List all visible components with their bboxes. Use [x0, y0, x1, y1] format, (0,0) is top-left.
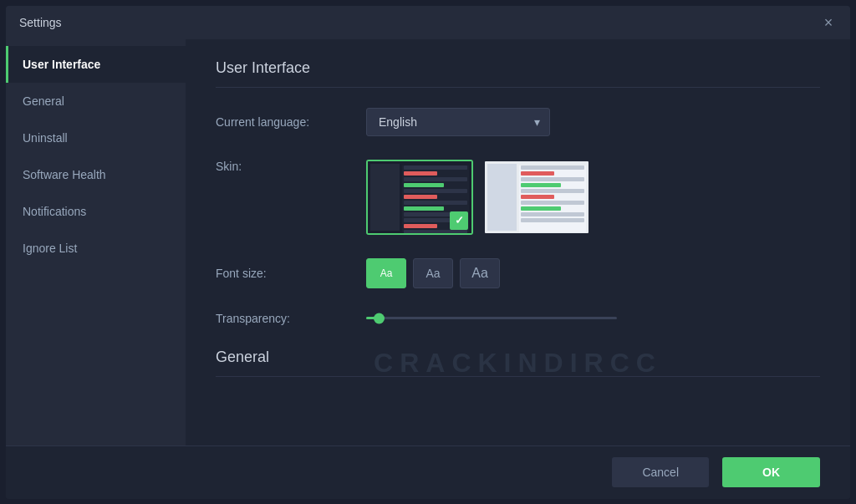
dialog-body: User Interface General Uninstall Softwar…: [6, 39, 850, 445]
sidebar-item-software-health[interactable]: Software Health: [6, 156, 186, 193]
skin-light-preview: [485, 161, 588, 233]
slider-track: [366, 317, 617, 319]
sidebar-item-general[interactable]: General: [6, 83, 186, 120]
skin-light-thumbnail[interactable]: [483, 160, 590, 235]
language-label: Current language:: [216, 115, 366, 129]
cancel-button[interactable]: Cancel: [612, 457, 709, 487]
skin-options: ✓: [366, 160, 820, 235]
sidebar-item-user-interface[interactable]: User Interface: [6, 46, 186, 83]
language-row: Current language: English: [216, 108, 820, 136]
transparency-control: [366, 317, 820, 319]
language-select-wrapper: English: [366, 108, 550, 136]
skin-dark-thumbnail[interactable]: ✓: [366, 160, 473, 235]
settings-dialog: Settings × User Interface General Uninst…: [6, 6, 850, 499]
font-size-small-button[interactable]: Aa: [366, 258, 406, 288]
sidebar-item-uninstall[interactable]: Uninstall: [6, 120, 186, 156]
skin-selected-check: ✓: [450, 211, 468, 230]
main-content: User Interface Current language: English…: [186, 39, 850, 445]
sidebar-item-notifications[interactable]: Notifications: [6, 193, 186, 230]
skin-row: Skin:: [216, 160, 820, 235]
close-button[interactable]: ×: [820, 14, 837, 31]
transparency-row: Transparency:: [216, 312, 820, 325]
mock-light-main: [519, 165, 586, 232]
font-size-large-button[interactable]: Aa: [460, 258, 500, 288]
font-size-medium-button[interactable]: Aa: [413, 258, 453, 288]
bottom-bar: Cancel OK: [6, 445, 850, 499]
font-size-row: Font size: Aa Aa Aa: [216, 258, 820, 288]
language-control: English: [366, 108, 820, 136]
sidebar-item-ignore-list[interactable]: Ignore List: [6, 230, 186, 267]
sidebar: User Interface General Uninstall Softwar…: [6, 39, 186, 445]
language-select[interactable]: English: [366, 108, 550, 136]
ok-button[interactable]: OK: [722, 457, 820, 487]
light-mockup: [485, 161, 588, 233]
mock-dark-sidebar: [370, 164, 400, 231]
section-title: User Interface: [216, 59, 820, 88]
font-size-options: Aa Aa Aa: [366, 258, 820, 288]
transparency-label: Transparency:: [216, 312, 366, 325]
transparency-slider-wrapper: [366, 317, 617, 319]
dialog-title: Settings: [19, 16, 62, 29]
mock-light-sidebar: [487, 164, 517, 231]
font-size-label: Font size:: [216, 267, 366, 280]
slider-thumb[interactable]: [374, 313, 385, 323]
general-section-title: General: [216, 349, 820, 377]
skin-label: Skin:: [216, 160, 366, 173]
title-bar: Settings ×: [6, 6, 850, 39]
